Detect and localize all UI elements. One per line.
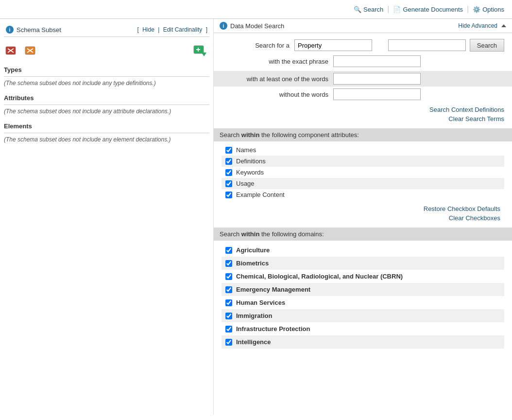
options-icon: ⚙️ [473,6,480,13]
right-panel-header: i Data Model Search Hide Advanced [214,19,512,33]
domain-label: Infrastructure Protection [236,325,310,332]
info-icon-data-model: i [220,22,227,30]
at-least-label-text: with at least one of the words [247,75,328,83]
domain-label: Immigration [236,312,272,319]
types-note: (The schema subset does not include any … [4,80,209,87]
remove-icon-2 [24,45,40,56]
without-words-input[interactable] [333,88,421,100]
component-checkbox-example content[interactable] [225,192,232,198]
search-toolbar-button[interactable]: 🔍 Search [354,6,383,13]
clear-search-terms-link[interactable]: Clear Search Terms [448,115,504,122]
search-for-label: Search for a [222,42,294,49]
domain-label: Intelligence [236,338,271,346]
options-label: Options [482,6,504,13]
domains-text: Search within the following domains: [220,230,324,238]
attributes-section: Attributes (The schema subset does not i… [4,94,209,115]
attributes-note: (The schema subset does not include any … [4,108,209,115]
domain-checkbox-6[interactable] [225,326,232,332]
left-panel-header: i Schema Subset [ Hide | Edit Cardinalit… [4,23,209,37]
exact-phrase-label-text: with the exact phrase [269,58,328,65]
list-item: Names [222,144,504,156]
domains-header: Search within the following domains: [214,228,512,241]
component-attrs-header: Search within the following component at… [214,128,512,141]
schema-subset-actions: [ Hide | Edit Cardinality ] [137,26,207,33]
remove-icons [4,44,41,57]
top-toolbar: 🔍 Search | 📄 Generate Documents | ⚙️ Opt… [0,0,512,19]
generate-documents-button[interactable]: 📄 Generate Documents [393,6,463,13]
list-item: Intelligence [222,335,504,349]
domain-checkbox-3[interactable] [225,286,232,293]
clear-checkboxes-link[interactable]: Clear Checkboxes [449,214,500,222]
without-words-label: without the words [222,91,333,98]
search-for-row: Search for a Search [222,39,504,52]
hide-advanced-button[interactable]: Hide Advanced [458,22,506,29]
attributes-divider [4,105,209,105]
hide-advanced-label: Hide Advanced [458,22,497,29]
separator-1: | [387,5,389,14]
domain-label: Emergency Management [236,286,310,293]
list-item: Emergency Management [222,283,504,296]
search-context-definitions-link[interactable]: Search Context Definitions [429,106,504,113]
component-checkbox-label: Example Content [236,191,285,198]
search-form: Search for a Search with the exact phras… [214,33,512,357]
elements-heading: Elements [4,122,209,130]
hide-link[interactable]: Hide [142,26,154,33]
options-button[interactable]: ⚙️ Options [473,6,504,13]
without-words-row: without the words [222,88,504,100]
component-checkbox-label: Keywords [236,169,264,176]
separator-2: | [467,5,469,14]
search-extra-input[interactable] [388,39,466,51]
component-checkbox-list: NamesDefinitionsKeywordsUsageExample Con… [222,141,504,203]
list-item: Example Content [222,189,504,200]
domain-checkbox-7[interactable] [225,339,232,346]
at-least-input[interactable] [333,73,421,85]
remove-orange-button[interactable] [23,44,41,57]
remove-red-button-1[interactable] [4,44,21,57]
list-item: Immigration [222,309,504,322]
attributes-heading: Attributes [4,94,209,102]
generate-label: Generate Documents [403,6,463,13]
search-button[interactable]: Search [470,39,504,52]
domain-checkbox-5[interactable] [225,313,232,319]
component-checkbox-definitions[interactable] [225,158,232,165]
add-button[interactable] [192,43,209,58]
exact-phrase-input[interactable] [333,55,421,67]
search-links: Search Context Definitions Clear Search … [222,104,504,128]
domain-checkbox-0[interactable] [225,247,232,254]
main-layout: i Schema Subset [ Hide | Edit Cardinalit… [0,19,512,415]
component-checkbox-label: Names [236,146,256,154]
schema-subset-title-group: i Schema Subset [6,26,61,34]
list-item: Infrastructure Protection [222,322,504,335]
search-btn-container: Search [388,39,504,52]
domain-checkbox-4[interactable] [225,299,232,306]
domain-checkbox-1[interactable] [225,260,232,267]
domain-label: Agriculture [236,246,270,254]
domains-checkbox-list: AgricultureBiometricsChemical, Biologica… [222,241,504,351]
exact-phrase-label: with the exact phrase [222,58,333,65]
data-model-search-title: Data Model Search [230,22,284,30]
at-least-row: with at least one of the words [214,71,512,87]
component-checkbox-usage[interactable] [225,180,232,187]
svg-marker-9 [202,52,206,56]
generate-icon: 📄 [393,6,401,13]
add-icon [193,44,208,57]
domain-checkbox-2[interactable] [225,273,232,280]
add-icons [192,43,209,58]
search-for-input[interactable] [294,39,372,51]
right-panel: i Data Model Search Hide Advanced Search… [214,19,512,415]
edit-cardinality-link[interactable]: Edit Cardinality [163,26,203,33]
data-model-search-title-group: i Data Model Search [220,22,284,30]
component-checkbox-names[interactable] [225,147,232,154]
types-divider [4,76,209,77]
elements-divider [4,133,209,133]
restore-defaults-link[interactable]: Restore Checkbox Defaults [424,205,500,212]
list-item: Keywords [222,167,504,178]
search-toolbar-icon: 🔍 [354,6,361,13]
exact-phrase-row: with the exact phrase [222,55,504,67]
component-checkbox-label: Definitions [236,158,266,165]
remove-icon-1 [5,45,20,56]
list-item: Chemical, Biological, Radiological, and … [222,270,504,283]
domain-label: Human Services [236,299,285,306]
component-checkbox-keywords[interactable] [225,169,232,176]
list-item: Biometrics [222,257,504,270]
